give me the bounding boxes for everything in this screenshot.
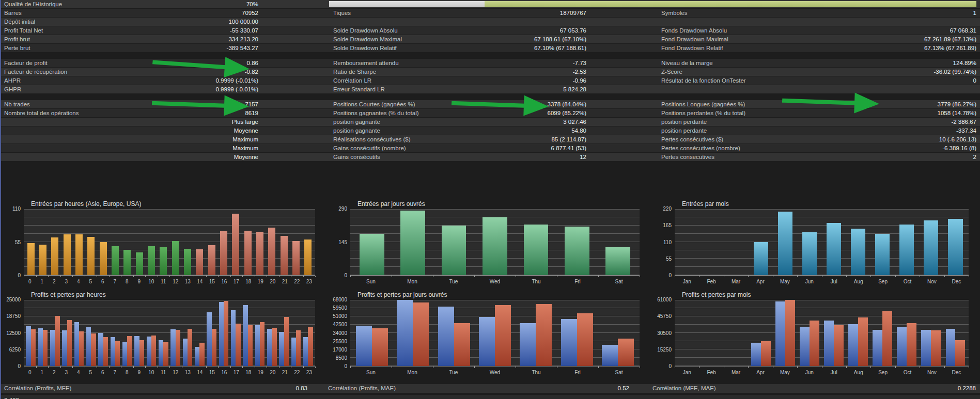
bar-pertes: [618, 339, 634, 366]
y-tick-label: 42500: [333, 322, 347, 327]
y-tick-label: 145: [338, 240, 347, 245]
stat-row: Plus largeposition gagnante3 027.46posit…: [0, 118, 980, 126]
bar-slot: [700, 300, 724, 366]
bar: [778, 212, 792, 275]
bar: [27, 243, 35, 275]
history-quality-progressbar: [329, 1, 976, 7]
bar-slot: [895, 209, 919, 275]
bar-pair: [122, 300, 132, 366]
progress-gray-segment: [329, 1, 485, 7]
stat-value: -0.82: [165, 68, 258, 76]
stat-value: 12: [500, 153, 586, 161]
bar-pair: [921, 300, 941, 366]
y-axis: 055110: [0, 209, 24, 276]
bar: [100, 242, 107, 275]
bar-profits: [170, 329, 175, 366]
stat-value: 67 068.31: [833, 26, 976, 35]
correlation-row: Corrélation (Profits, MFE) 0.83 Corrélat…: [0, 384, 980, 393]
stat-value: 8619: [165, 109, 258, 117]
bar-slot: [206, 300, 217, 366]
x-tick-label: 4: [72, 279, 85, 284]
stat-label: Profit Total Net: [0, 26, 165, 35]
stat-value: 67.10% (67 188.61): [500, 44, 586, 52]
bar: [802, 232, 817, 275]
stat-value: -6 389.16 (8): [833, 144, 976, 152]
x-tick-label: Jul: [822, 279, 846, 284]
y-tick-label: 220: [663, 206, 672, 212]
chart-body: 055110165220: [651, 209, 980, 276]
bar-pair: [74, 300, 84, 366]
stat-value: [833, 18, 976, 26]
bar-pertes: [236, 324, 240, 366]
bar-pair: [255, 300, 265, 366]
bar-pair: [98, 300, 108, 366]
stat-label: Perte brut: [0, 44, 165, 52]
bar-slot: [598, 300, 639, 366]
bar-pair: [243, 300, 253, 366]
stat-value: 10 (-6 206.13): [833, 135, 976, 143]
bar-slot: [181, 300, 193, 366]
bar-pair: [775, 300, 795, 366]
x-tick-label: Sep: [870, 279, 895, 284]
x-labels: 01234567891011121314151617181920212223: [24, 279, 315, 284]
bar-profits: [873, 330, 882, 366]
stat-row: Facteur de profit0.86Remboursement atten…: [0, 59, 980, 67]
stat-label: position perdante: [657, 118, 833, 126]
x-tick-label: Fri: [557, 279, 598, 284]
bar-slot: [242, 209, 254, 275]
x-labels: SunMonTueWedThuFriSat: [350, 279, 640, 284]
bar-pair: [183, 300, 193, 366]
x-tick-label: 2: [48, 279, 60, 284]
y-tick-label: 0: [668, 364, 672, 369]
bar-slot: [97, 300, 109, 366]
x-tick-label: 21: [279, 370, 291, 375]
chart-title: Profits et pertes par heures: [31, 291, 326, 299]
bar-slot: [61, 209, 73, 275]
y-tick-label: 110: [663, 240, 672, 245]
x-tick-label: 0: [24, 279, 36, 284]
correlation-label: Corrélation (Profits, MFE): [4, 384, 71, 393]
x-tick-label: Dec: [944, 370, 969, 375]
bar-slot: [278, 209, 290, 275]
stat-label: [657, 85, 833, 93]
bar-pair: [520, 300, 552, 366]
x-tick-label: Wed: [474, 370, 516, 375]
y-tick-label: 55: [15, 240, 21, 245]
stat-value: Maximum: [165, 135, 258, 143]
y-axis: 0850017000255003400042500510005950068000: [326, 300, 350, 366]
bar-slot: [433, 209, 474, 275]
bar: [565, 227, 589, 275]
x-tick-label: 22: [291, 279, 303, 284]
bar: [281, 236, 288, 275]
stat-value: 67 053.76: [500, 26, 586, 35]
stat-label: Facteur de profit: [0, 59, 165, 67]
x-tick-label: 13: [182, 370, 194, 375]
stat-value: -7.73: [500, 59, 586, 67]
bar-slot: [37, 209, 49, 275]
bar-pertes: [284, 317, 289, 366]
bar-slot: [919, 300, 943, 366]
bar-slot: [474, 209, 515, 275]
chart-entries-by-weekday: Entrées par jours ouvrés0145290SunMonTue…: [326, 200, 651, 284]
x-tick-label: Jan: [675, 370, 699, 375]
x-ticks: [24, 366, 315, 368]
bar-profits: [74, 322, 79, 366]
x-tick-label: 4: [72, 370, 85, 375]
report-scroll-area[interactable]: Qualité de l'Historique70%Barres70952Tiq…: [0, 0, 980, 161]
x-tick-label: 14: [194, 279, 206, 284]
bar-profits: [848, 324, 858, 366]
bar-slot: [943, 209, 968, 275]
bar: [442, 226, 466, 275]
bar: [64, 234, 71, 275]
x-tick-label: 6: [97, 370, 109, 375]
stat-label: [0, 135, 165, 143]
bar-slot: [145, 209, 157, 275]
y-tick-label: 0: [668, 273, 672, 278]
bar: [924, 220, 938, 275]
stat-row: AHPR0.9999 (-0.01%)Corrélation LR-0.96Ré…: [0, 76, 980, 85]
bar-pair: [231, 300, 241, 366]
bar-pertes: [91, 333, 96, 366]
bar-profits: [219, 302, 224, 366]
bar-profits: [26, 326, 30, 366]
x-tick-label: Feb: [699, 370, 723, 375]
